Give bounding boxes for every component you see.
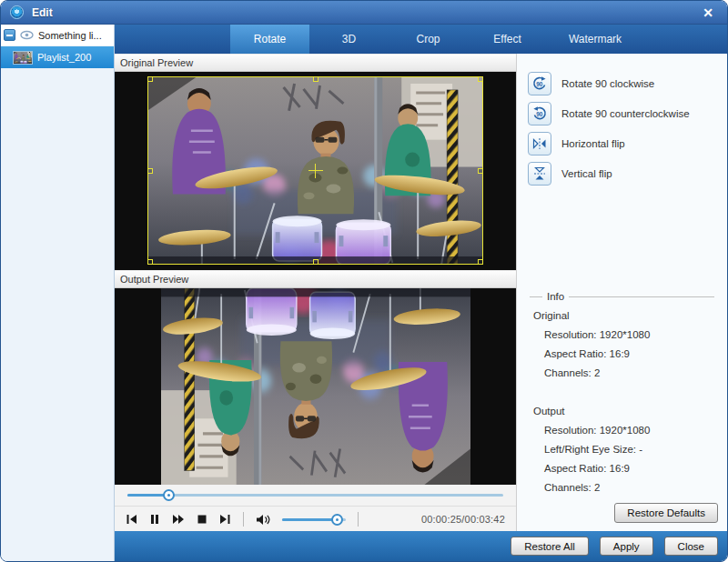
title-bar: Edit ✕ xyxy=(1,1,727,25)
fast-forward-button[interactable] xyxy=(172,514,185,525)
sidebar-item-label: Something li... xyxy=(38,30,102,41)
apply-button[interactable]: Apply xyxy=(600,537,653,556)
stop-button[interactable] xyxy=(197,514,207,525)
divider xyxy=(358,512,359,527)
info-row: Left/Right Eye Size: - xyxy=(544,444,714,455)
info-output-heading: Output xyxy=(533,406,714,416)
player-controls: 00:00:25/00:03:42 xyxy=(115,506,516,532)
video-thumbnail xyxy=(13,51,33,65)
app-icon xyxy=(10,5,24,19)
info-row: Resolution: 1920*1080 xyxy=(544,329,714,340)
time-display: 00:00:25/00:03:42 xyxy=(421,514,505,525)
crop-handle[interactable] xyxy=(147,76,153,82)
crop-handle[interactable] xyxy=(147,168,153,174)
tab-crop[interactable]: Crop xyxy=(389,25,468,54)
crop-handle[interactable] xyxy=(478,168,483,174)
sidebar-item-playlist-group[interactable]: Something li... xyxy=(1,25,114,46)
volume-slider[interactable] xyxy=(282,514,346,526)
crop-handle[interactable] xyxy=(313,259,318,265)
crop-center-crosshair xyxy=(308,164,323,178)
svg-text:90: 90 xyxy=(536,111,543,117)
close-button[interactable]: Close xyxy=(664,537,718,556)
preview-panel: Original Preview xyxy=(115,54,517,531)
tab-watermark[interactable]: Watermark xyxy=(547,25,643,54)
original-preview-video xyxy=(115,72,516,270)
restore-all-button[interactable]: Restore All xyxy=(511,537,589,556)
tab-rotate[interactable]: Rotate xyxy=(230,25,309,54)
window-title: Edit xyxy=(32,6,53,19)
close-icon[interactable]: ✕ xyxy=(698,5,718,20)
info-row: Aspect Ratio: 16:9 xyxy=(544,348,714,359)
skip-back-button[interactable] xyxy=(126,514,137,525)
tab-3d[interactable]: 3D xyxy=(309,25,389,54)
seek-slider[interactable] xyxy=(127,489,503,501)
info-row: Resolution: 1920*1080 xyxy=(544,425,714,436)
info-row: Channels: 2 xyxy=(544,482,714,493)
volume-icon[interactable] xyxy=(256,514,270,526)
collapse-icon[interactable] xyxy=(4,29,15,41)
seek-row xyxy=(115,485,516,506)
volume-fill xyxy=(282,518,337,521)
crop-handle[interactable] xyxy=(147,259,153,265)
original-preview-label: Original Preview xyxy=(115,54,516,72)
info-legend: Info xyxy=(542,291,569,302)
output-preview-video xyxy=(115,288,516,485)
crop-overlay xyxy=(147,76,483,265)
rotate-90-counterclockwise-button[interactable]: 90 xyxy=(528,102,551,125)
output-preview-label: Output Preview xyxy=(115,270,516,288)
info-original-heading: Original xyxy=(533,310,714,321)
output-video-frame xyxy=(161,288,470,485)
divider xyxy=(243,512,244,527)
seek-thumb[interactable] xyxy=(163,489,175,501)
vertical-flip-button[interactable] xyxy=(528,162,551,186)
rotate-options-panel: 90 Rotate 90 clockwise xyxy=(517,54,727,531)
restore-defaults-button[interactable]: Restore Defaults xyxy=(614,503,718,523)
info-row: Channels: 2 xyxy=(544,367,714,378)
info-groupbox: Info Original Resolution: 1920*1080 Aspe… xyxy=(530,291,714,501)
eye-icon xyxy=(20,30,34,40)
rotate-90-clockwise-button[interactable]: 90 xyxy=(528,72,551,95)
sidebar-item-playlist-200[interactable]: Playlist_200 xyxy=(1,46,114,68)
rotate-ccw-label: Rotate 90 counterclockwise xyxy=(561,108,690,119)
seek-track[interactable] xyxy=(127,494,503,497)
info-row: Aspect Ratio: 16:9 xyxy=(544,463,714,474)
svg-text:90: 90 xyxy=(536,81,543,87)
sidebar-item-label: Playlist_200 xyxy=(37,52,91,63)
footer-bar: Restore All Apply Close xyxy=(115,531,727,561)
flip-vertical-label: Vertical flip xyxy=(561,168,612,179)
volume-thumb[interactable] xyxy=(331,514,343,526)
crop-handle[interactable] xyxy=(478,259,483,265)
pause-button[interactable] xyxy=(149,514,160,525)
media-list-sidebar: Something li... Playlist_200 xyxy=(1,25,115,561)
edit-dialog: Edit ✕ Something li... Playlist_200 xyxy=(0,0,728,562)
horizontal-flip-button[interactable] xyxy=(528,132,551,156)
edit-tab-bar: Rotate 3D Crop Effect Watermark xyxy=(115,25,727,54)
rotate-cw-label: Rotate 90 clockwise xyxy=(561,78,654,89)
flip-horizontal-label: Horizontal flip xyxy=(561,138,625,149)
skip-next-button[interactable] xyxy=(219,514,231,525)
crop-handle[interactable] xyxy=(313,76,318,82)
crop-handle[interactable] xyxy=(478,76,483,82)
tab-effect[interactable]: Effect xyxy=(468,25,547,54)
